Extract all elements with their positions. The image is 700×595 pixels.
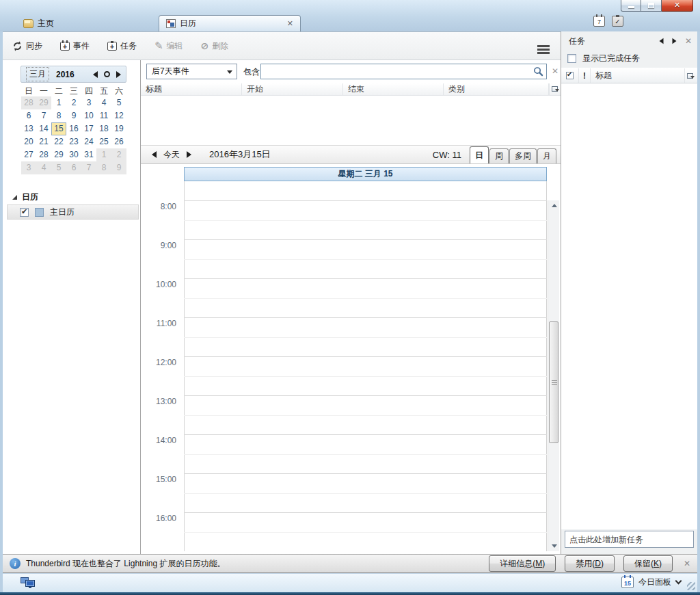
calendar-checkbox[interactable] (20, 208, 29, 217)
today-pane-toggle[interactable]: 15 今日面板 (621, 577, 681, 588)
minimonth-day[interactable]: 10 (81, 109, 96, 122)
view-tab-day[interactable]: 日 (470, 146, 489, 163)
task-list-body[interactable] (561, 83, 697, 529)
tasks-view-icon[interactable] (612, 16, 623, 27)
minimonth-day[interactable]: 20 (21, 135, 36, 148)
tab-home[interactable]: 主页 (16, 15, 153, 31)
minimonth-day[interactable]: 8 (51, 109, 66, 122)
hour-cell[interactable] (184, 317, 547, 356)
today-button[interactable]: 今天 (163, 149, 180, 161)
minimonth-day[interactable]: 7 (36, 109, 51, 122)
hour-cell[interactable] (184, 278, 547, 317)
minimonth-day[interactable]: 11 (96, 109, 111, 122)
minimonth-day[interactable]: 31 (81, 148, 96, 161)
minimonth-day[interactable]: 16 (66, 122, 81, 135)
minimonth-day[interactable]: 2 (66, 96, 81, 109)
minimonth-day[interactable]: 14 (36, 122, 51, 135)
view-tab-week[interactable]: 周 (489, 148, 509, 163)
hour-cell[interactable] (184, 473, 547, 512)
event-search-input[interactable] (264, 65, 530, 78)
show-completed-checkbox[interactable] (567, 54, 576, 63)
minimonth-day[interactable]: 8 (96, 161, 111, 174)
eventlist-body[interactable] (141, 96, 561, 145)
minimonth-day[interactable]: 2 (111, 148, 126, 161)
task-pane-next-icon[interactable] (672, 38, 676, 44)
task-completed-column[interactable] (561, 68, 579, 83)
minimonth-day[interactable]: 6 (21, 109, 36, 122)
minimonth-day[interactable]: 24 (81, 135, 96, 148)
eventlist-column-header[interactable]: 开始 (242, 83, 343, 95)
show-completed-row[interactable]: 显示已完成任务 (561, 49, 697, 67)
scroll-up-icon[interactable] (548, 200, 560, 211)
minimonth-day[interactable]: 30 (66, 148, 81, 161)
minimonth-day[interactable]: 25 (96, 135, 111, 148)
minimonth-month[interactable]: 三月 (26, 67, 49, 81)
keep-button[interactable]: 保留(K) (623, 555, 673, 572)
minimonth-day[interactable]: 26 (111, 135, 126, 148)
resize-grip[interactable] (687, 582, 695, 590)
minimonth-day[interactable]: 29 (36, 96, 51, 109)
minimonth-day[interactable]: 13 (21, 122, 36, 135)
minimonth-day[interactable]: 28 (36, 148, 51, 161)
task-priority-column[interactable]: ! (579, 68, 591, 83)
minimonth-day[interactable]: 18 (96, 122, 111, 135)
minimonth-day[interactable]: 7 (81, 161, 96, 174)
previous-day-icon[interactable] (152, 151, 157, 158)
disable-button[interactable]: 禁用(D) (565, 555, 615, 572)
minimonth-day[interactable]: 23 (66, 135, 81, 148)
hour-cell[interactable] (184, 200, 547, 239)
event-range-dropdown[interactable]: 后7天事件 (146, 64, 237, 79)
task-column-picker[interactable] (685, 68, 697, 83)
app-menu-button[interactable] (532, 38, 555, 57)
minimonth-day[interactable]: 6 (66, 161, 81, 174)
minimonth-today-icon[interactable] (104, 71, 110, 77)
titlebar[interactable]: ✕ 主页 日历 ✕ 7 (0, 0, 700, 31)
tab-close-icon[interactable]: ✕ (287, 19, 293, 28)
minimonth-day[interactable]: 3 (81, 96, 96, 109)
eventlist-column-header[interactable]: 结束 (343, 83, 444, 95)
minimonth-day-today[interactable]: 15 (51, 122, 66, 135)
minimonth-day[interactable]: 4 (96, 96, 111, 109)
calendar-list-header[interactable]: 日历 (12, 191, 38, 203)
search-icon[interactable] (533, 66, 543, 79)
minimonth-day[interactable]: 5 (111, 96, 126, 109)
day-view-scrollbar[interactable] (548, 200, 559, 551)
next-day-icon[interactable] (187, 151, 191, 158)
minimonth-day[interactable]: 27 (21, 148, 36, 161)
network-status-icon[interactable] (21, 577, 36, 589)
task-title-column[interactable]: 标题 (591, 68, 685, 83)
sync-button[interactable]: 同步 (12, 40, 42, 52)
edit-button[interactable]: 编辑 (154, 40, 183, 52)
minimonth-day[interactable]: 3 (21, 161, 36, 174)
view-tab-month[interactable]: 月 (537, 148, 556, 163)
twisty-expanded-icon[interactable] (12, 195, 17, 200)
minimonth-day[interactable]: 28 (21, 96, 36, 109)
minimize-button[interactable] (621, 0, 641, 12)
tab-calendar[interactable]: 日历 ✕ (159, 15, 301, 31)
minimonth-day[interactable]: 1 (51, 96, 66, 109)
task-pane-prev-icon[interactable] (659, 38, 663, 44)
new-task-button[interactable]: 任务 (107, 40, 137, 52)
new-event-button[interactable]: 事件 (60, 40, 90, 52)
add-task-input[interactable] (565, 531, 693, 547)
hour-cell[interactable] (184, 434, 547, 473)
minimonth-day[interactable]: 29 (51, 148, 66, 161)
minimonth-day[interactable]: 9 (66, 109, 81, 122)
delete-button[interactable]: 删除 (201, 40, 229, 52)
maximize-button[interactable] (641, 0, 662, 12)
minimonth-day[interactable]: 4 (36, 161, 51, 174)
minimonth-day[interactable]: 5 (51, 161, 66, 174)
eventlist-column-header[interactable]: 类别 (444, 83, 549, 95)
minimonth-day[interactable]: 1 (96, 148, 111, 161)
view-tab-multiweek[interactable]: 多周 (509, 148, 537, 163)
scrollbar-thumb[interactable] (549, 321, 558, 443)
calendar-list-item[interactable]: 主日历 (7, 204, 139, 220)
eventlist-column-header[interactable]: 标题 (141, 83, 242, 95)
clear-search-icon[interactable]: ✕ (552, 66, 558, 76)
notification-close-icon[interactable]: ✕ (684, 559, 690, 568)
eventlist-column-picker[interactable] (549, 83, 561, 95)
minimonth-day[interactable]: 9 (111, 161, 126, 174)
minimonth-day[interactable]: 19 (111, 122, 126, 135)
day-column-header[interactable]: 星期二 三月 15 (184, 167, 547, 181)
hour-cell[interactable] (184, 239, 547, 278)
